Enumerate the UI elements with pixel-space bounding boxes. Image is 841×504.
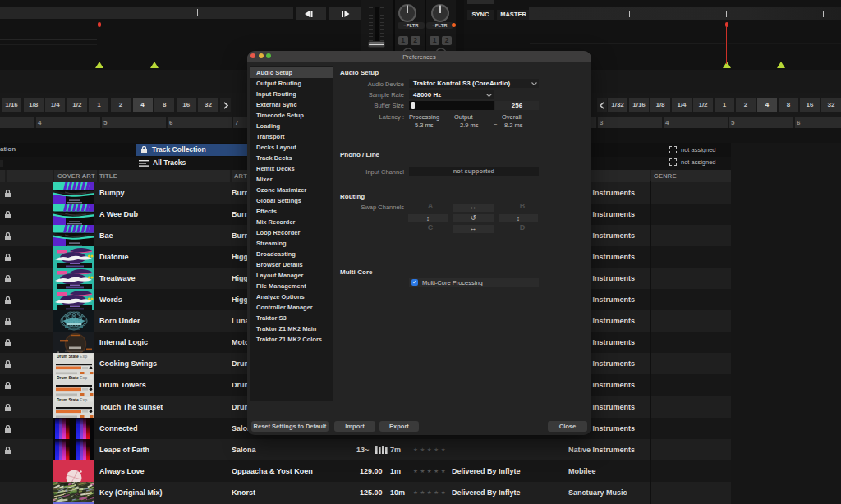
svg-text:Drum State Exp: Drum State Exp	[57, 396, 87, 401]
svg-text:Drum State Exp: Drum State Exp	[57, 375, 87, 380]
svg-text:Drum State Exp: Drum State Exp	[57, 354, 87, 359]
